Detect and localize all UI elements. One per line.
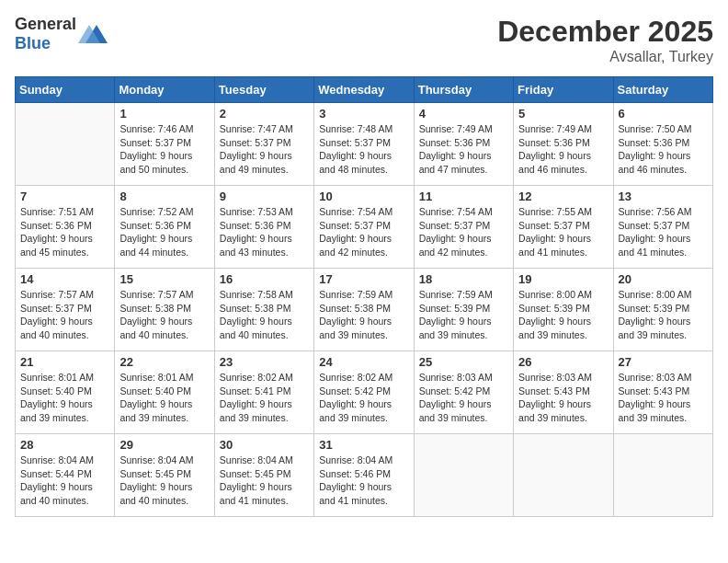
logo-general: General	[15, 15, 76, 33]
cell-info: Sunrise: 7:56 AMSunset: 5:37 PMDaylight:…	[619, 205, 708, 259]
day-number: 22	[119, 355, 209, 369]
day-number: 19	[518, 272, 608, 286]
day-number: 2	[220, 107, 309, 121]
cell-info: Sunrise: 8:02 AMSunset: 5:42 PMDaylight:…	[319, 371, 408, 425]
calendar-week-4: 21Sunrise: 8:01 AMSunset: 5:40 PMDayligh…	[16, 351, 713, 434]
day-number: 9	[220, 190, 309, 203]
calendar-cell: 1Sunrise: 7:46 AMSunset: 5:37 PMDaylight…	[115, 103, 214, 186]
day-number: 12	[518, 190, 608, 203]
calendar-cell: 25Sunrise: 8:03 AMSunset: 5:42 PMDayligh…	[414, 351, 513, 434]
logo: General Blue	[15, 15, 108, 53]
calendar-cell: 5Sunrise: 7:49 AMSunset: 5:36 PMDaylight…	[514, 103, 613, 186]
weekday-header-friday: Friday	[514, 77, 613, 103]
cell-info: Sunrise: 8:04 AMSunset: 5:46 PMDaylight:…	[319, 454, 408, 508]
logo-blue: Blue	[15, 34, 51, 52]
cell-info: Sunrise: 7:57 AMSunset: 5:37 PMDaylight:…	[20, 288, 109, 342]
day-number: 5	[518, 107, 608, 121]
cell-info: Sunrise: 7:53 AMSunset: 5:36 PMDaylight:…	[220, 205, 309, 259]
calendar-cell: 18Sunrise: 7:59 AMSunset: 5:39 PMDayligh…	[414, 269, 513, 351]
calendar-cell: 14Sunrise: 7:57 AMSunset: 5:37 PMDayligh…	[16, 269, 115, 351]
cell-info: Sunrise: 7:54 AMSunset: 5:37 PMDaylight:…	[319, 205, 408, 259]
weekday-header-sunday: Sunday	[16, 77, 115, 103]
day-number: 29	[119, 438, 209, 452]
day-number: 24	[319, 355, 408, 369]
day-number: 18	[419, 272, 508, 286]
calendar-cell: 13Sunrise: 7:56 AMSunset: 5:37 PMDayligh…	[613, 186, 712, 269]
day-number: 15	[119, 272, 209, 286]
calendar-cell: 15Sunrise: 7:57 AMSunset: 5:38 PMDayligh…	[115, 269, 214, 351]
calendar-cell: 22Sunrise: 8:01 AMSunset: 5:40 PMDayligh…	[115, 351, 214, 434]
calendar-cell	[514, 434, 613, 517]
calendar-cell: 27Sunrise: 8:03 AMSunset: 5:43 PMDayligh…	[613, 351, 712, 434]
calendar-cell: 3Sunrise: 7:48 AMSunset: 5:37 PMDaylight…	[314, 103, 414, 186]
cell-info: Sunrise: 8:01 AMSunset: 5:40 PMDaylight:…	[119, 371, 209, 425]
cell-info: Sunrise: 7:59 AMSunset: 5:38 PMDaylight:…	[319, 288, 408, 342]
calendar-week-2: 7Sunrise: 7:51 AMSunset: 5:36 PMDaylight…	[16, 186, 713, 269]
calendar-cell: 11Sunrise: 7:54 AMSunset: 5:37 PMDayligh…	[414, 186, 513, 269]
logo-icon	[78, 21, 108, 47]
day-number: 14	[20, 272, 109, 286]
calendar-cell: 10Sunrise: 7:54 AMSunset: 5:37 PMDayligh…	[314, 186, 414, 269]
day-number: 30	[220, 438, 309, 452]
calendar-cell: 24Sunrise: 8:02 AMSunset: 5:42 PMDayligh…	[314, 351, 414, 434]
calendar-cell: 17Sunrise: 7:59 AMSunset: 5:38 PMDayligh…	[314, 269, 414, 351]
day-number: 16	[220, 272, 309, 286]
logo-wordmark: General Blue	[15, 15, 76, 53]
page-header: General Blue December 2025 Avsallar, Tur…	[15, 15, 713, 65]
cell-info: Sunrise: 8:04 AMSunset: 5:45 PMDaylight:…	[220, 454, 309, 508]
calendar-week-5: 28Sunrise: 8:04 AMSunset: 5:44 PMDayligh…	[16, 434, 713, 517]
calendar-cell: 31Sunrise: 8:04 AMSunset: 5:46 PMDayligh…	[314, 434, 414, 517]
calendar-cell: 23Sunrise: 8:02 AMSunset: 5:41 PMDayligh…	[214, 351, 313, 434]
day-number: 13	[619, 190, 708, 203]
cell-info: Sunrise: 7:48 AMSunset: 5:37 PMDaylight:…	[319, 122, 408, 177]
calendar-cell: 6Sunrise: 7:50 AMSunset: 5:36 PMDaylight…	[613, 103, 712, 186]
calendar-cell: 16Sunrise: 7:58 AMSunset: 5:38 PMDayligh…	[214, 269, 313, 351]
weekday-header-tuesday: Tuesday	[214, 77, 313, 103]
cell-info: Sunrise: 7:59 AMSunset: 5:39 PMDaylight:…	[419, 288, 508, 342]
calendar-table: SundayMondayTuesdayWednesdayThursdayFrid…	[15, 76, 713, 517]
cell-info: Sunrise: 7:54 AMSunset: 5:37 PMDaylight:…	[419, 205, 508, 259]
calendar-cell: 21Sunrise: 8:01 AMSunset: 5:40 PMDayligh…	[16, 351, 115, 434]
day-number: 8	[119, 190, 209, 203]
day-number: 11	[419, 190, 508, 203]
day-number: 3	[319, 107, 408, 121]
day-number: 27	[619, 355, 708, 369]
title-block: December 2025 Avsallar, Turkey	[497, 15, 713, 65]
cell-info: Sunrise: 8:04 AMSunset: 5:44 PMDaylight:…	[20, 454, 109, 508]
weekday-header-thursday: Thursday	[414, 77, 513, 103]
cell-info: Sunrise: 8:03 AMSunset: 5:43 PMDaylight:…	[619, 371, 708, 425]
day-number: 17	[319, 272, 408, 286]
cell-info: Sunrise: 8:04 AMSunset: 5:45 PMDaylight:…	[119, 454, 209, 508]
calendar-cell: 2Sunrise: 7:47 AMSunset: 5:37 PMDaylight…	[214, 103, 313, 186]
calendar-cell: 28Sunrise: 8:04 AMSunset: 5:44 PMDayligh…	[16, 434, 115, 517]
cell-info: Sunrise: 7:52 AMSunset: 5:36 PMDaylight:…	[119, 205, 209, 259]
day-number: 21	[20, 355, 109, 369]
cell-info: Sunrise: 7:51 AMSunset: 5:36 PMDaylight:…	[20, 205, 109, 259]
day-number: 31	[319, 438, 408, 452]
weekday-header-wednesday: Wednesday	[314, 77, 414, 103]
cell-info: Sunrise: 7:46 AMSunset: 5:37 PMDaylight:…	[119, 122, 209, 177]
month-title: December 2025	[497, 15, 713, 49]
calendar-cell: 7Sunrise: 7:51 AMSunset: 5:36 PMDaylight…	[16, 186, 115, 269]
day-number: 6	[619, 107, 708, 121]
day-number: 7	[20, 190, 109, 203]
calendar-cell: 20Sunrise: 8:00 AMSunset: 5:39 PMDayligh…	[613, 269, 712, 351]
cell-info: Sunrise: 8:02 AMSunset: 5:41 PMDaylight:…	[220, 371, 309, 425]
cell-info: Sunrise: 8:03 AMSunset: 5:42 PMDaylight:…	[419, 371, 508, 425]
day-number: 20	[619, 272, 708, 286]
cell-info: Sunrise: 7:58 AMSunset: 5:38 PMDaylight:…	[220, 288, 309, 342]
cell-info: Sunrise: 7:47 AMSunset: 5:37 PMDaylight:…	[220, 122, 309, 177]
day-number: 1	[119, 107, 209, 121]
calendar-cell: 30Sunrise: 8:04 AMSunset: 5:45 PMDayligh…	[214, 434, 313, 517]
cell-info: Sunrise: 8:00 AMSunset: 5:39 PMDaylight:…	[619, 288, 708, 342]
weekday-header-monday: Monday	[115, 77, 214, 103]
calendar-cell	[16, 103, 115, 186]
cell-info: Sunrise: 7:50 AMSunset: 5:36 PMDaylight:…	[619, 122, 708, 177]
location-title: Avsallar, Turkey	[497, 49, 713, 65]
day-number: 23	[220, 355, 309, 369]
calendar-week-3: 14Sunrise: 7:57 AMSunset: 5:37 PMDayligh…	[16, 269, 713, 351]
cell-info: Sunrise: 8:03 AMSunset: 5:43 PMDaylight:…	[518, 371, 608, 425]
weekday-header-saturday: Saturday	[613, 77, 712, 103]
day-number: 4	[419, 107, 508, 121]
cell-info: Sunrise: 8:00 AMSunset: 5:39 PMDaylight:…	[518, 288, 608, 342]
